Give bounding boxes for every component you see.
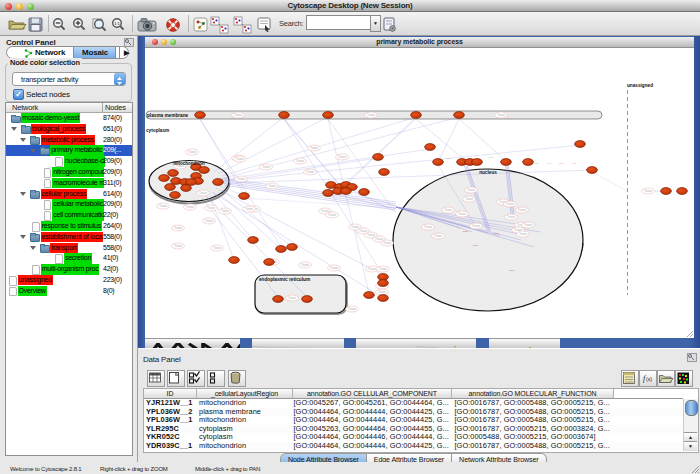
svg-text:xxxx: xxxx [559, 162, 564, 164]
svg-text:Yxxxx: Yxxxx [444, 208, 453, 212]
svg-text:xxxx: xxxx [494, 232, 500, 235]
svg-text:Yxxxx: Yxxxx [524, 223, 533, 227]
svg-text:Yxxxx: Yxxxx [379, 267, 388, 271]
svg-text:xxxx: xxxx [473, 244, 479, 247]
svg-text:Yxxxx: Yxxxx [507, 215, 516, 219]
svg-text:Yxxxx: Yxxxx [174, 226, 183, 230]
svg-text:nucleus: nucleus [479, 170, 497, 175]
svg-text:endoplasmic reticulum: endoplasmic reticulum [259, 277, 310, 282]
svg-text:Yxxxx: Yxxxx [205, 219, 214, 223]
svg-text:Yxxxx: Yxxxx [296, 159, 305, 163]
svg-text:Yxxxx: Yxxxx [288, 296, 297, 300]
svg-text:xxxx: xxxx [509, 269, 515, 272]
svg-text:Yxxxx: Yxxxx [367, 113, 376, 117]
svg-text:Yxxxx: Yxxxx [186, 205, 195, 209]
svg-text:Yxxxx: Yxxxx [199, 191, 208, 195]
svg-text:Yxxxx: Yxxxx [188, 150, 197, 154]
svg-text:Yxxxx: Yxxxx [519, 232, 528, 236]
svg-text:Yxxxx: Yxxxx [330, 266, 339, 270]
svg-text:xxxx: xxxx [463, 230, 469, 233]
svg-text:xxxx: xxxx [572, 162, 577, 164]
svg-text:Yxxxx: Yxxxx [458, 212, 467, 216]
svg-text:(x): (x) [646, 376, 652, 382]
svg-text:Yxxxx: Yxxxx [159, 204, 168, 208]
svg-text:xxxx: xxxx [547, 162, 552, 164]
svg-text:unassigned: unassigned [627, 83, 653, 88]
svg-text:Yxxxx: Yxxxx [237, 177, 246, 181]
svg-text:Yxxxx: Yxxxx [262, 165, 271, 169]
svg-text:Yxxxx: Yxxxx [174, 244, 183, 248]
svg-text:Yxxxx: Yxxxx [472, 224, 481, 228]
svg-text:Yxxxx: Yxxxx [518, 208, 527, 212]
svg-text:Yxxxx: Yxxxx [378, 290, 387, 294]
svg-text:Yxxxx: Yxxxx [383, 241, 392, 245]
svg-text:Yxxxx: Yxxxx [268, 184, 277, 188]
svg-text:Yxxxx: Yxxxx [245, 207, 254, 211]
svg-text:Yxxxx: Yxxxx [465, 197, 474, 201]
svg-text:plasma membrane: plasma membrane [147, 113, 189, 118]
svg-text:Yxxxx: Yxxxx [310, 146, 319, 150]
svg-text:Yxxxx: Yxxxx [644, 189, 653, 193]
svg-text:Yxxxx: Yxxxx [424, 225, 433, 229]
svg-text:mitochondrion: mitochondrion [173, 161, 205, 166]
svg-text:Yxxxx: Yxxxx [368, 267, 377, 271]
svg-text:Yxxxx: Yxxxx [348, 307, 357, 311]
svg-text:cytoplasm: cytoplasm [146, 128, 169, 133]
svg-text:Yxxxx: Yxxxx [207, 206, 216, 210]
svg-text:Yxxxx: Yxxxx [434, 234, 443, 238]
svg-text:xxxx: xxxx [489, 156, 494, 158]
svg-text:Yxxxx: Yxxxx [234, 113, 243, 117]
svg-text:Yxxxx: Yxxxx [328, 213, 337, 217]
svg-text:Yxxxx: Yxxxx [497, 113, 506, 117]
svg-text:Yxxxx: Yxxxx [236, 157, 245, 161]
svg-text:1:1: 1:1 [114, 21, 120, 26]
svg-text:Yxxxx: Yxxxx [213, 246, 222, 250]
svg-text:Yxxxx: Yxxxx [221, 209, 230, 213]
svg-text:Yxxxx: Yxxxx [338, 155, 347, 159]
svg-text:Yxxxx: Yxxxx [306, 170, 315, 174]
svg-text:Yxxxx: Yxxxx [301, 263, 310, 267]
svg-text:xxxx: xxxx [534, 162, 539, 164]
svg-text:Yxxxx: Yxxxx [467, 188, 476, 192]
svg-text:Yxxxx: Yxxxx [506, 202, 515, 206]
